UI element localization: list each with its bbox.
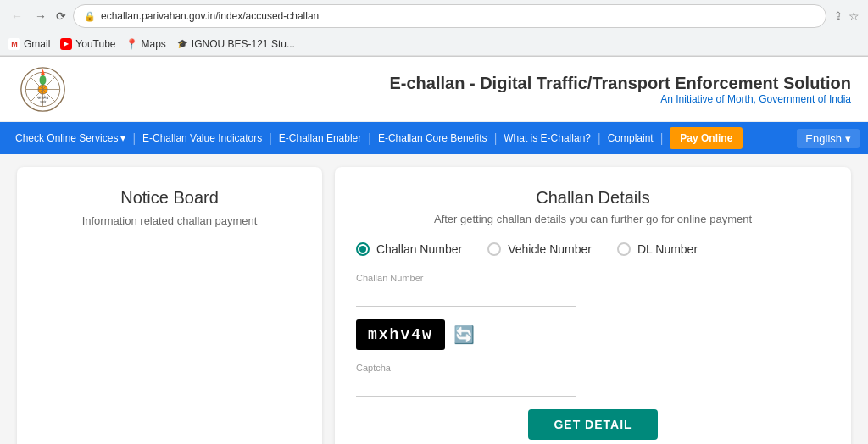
toolbar-icons: ⇪ ☆ <box>833 9 860 23</box>
bookmark-youtube-label: YouTube <box>75 38 115 50</box>
challan-number-label: Challan Number <box>356 273 830 283</box>
youtube-icon: ▶ <box>60 38 72 50</box>
nav-value-indicators[interactable]: E-Challan Value Indicators <box>136 122 269 154</box>
bookmark-ignou-label: IGNOU BES-121 Stu... <box>192 38 295 50</box>
bookmark-gmail[interactable]: M Gmail <box>8 38 50 50</box>
radio-dl-label: DL Number <box>637 242 698 256</box>
svg-text:सत्यमेव: सत्यमेव <box>36 94 49 99</box>
bookmark-icon[interactable]: ☆ <box>849 9 860 23</box>
challan-number-field: Challan Number <box>356 273 830 307</box>
bookmarks-bar: M Gmail ▶ YouTube 📍 Maps 🎓 IGNOU BES-121… <box>0 32 868 56</box>
site-header: सत्यमेव जयते E-challan - Digital Traffic… <box>0 57 868 122</box>
challan-details-subtitle: After getting challan details you can fu… <box>356 213 830 225</box>
share-icon[interactable]: ⇪ <box>833 9 843 23</box>
dropdown-icon: ▾ <box>120 132 125 144</box>
challan-details-title: Challan Details <box>356 188 830 208</box>
lock-icon: 🔒 <box>84 11 96 22</box>
header-title-area: E-challan - Digital Traffic/Transport En… <box>389 74 851 105</box>
challan-number-input[interactable] <box>356 286 576 307</box>
emblem: सत्यमेव जयते <box>17 64 68 114</box>
captcha-row: mxhv4w 🔄 <box>356 319 830 350</box>
nav-bar: Check Online Services ▾ | E-Challan Valu… <box>0 122 868 154</box>
reload-button[interactable]: ⟳ <box>56 9 66 23</box>
radio-dl-indicator <box>617 242 631 256</box>
get-detail-button[interactable]: GET DETAIL <box>528 409 657 440</box>
radio-challan-number[interactable]: Challan Number <box>356 242 462 256</box>
notice-board-title: Notice Board <box>120 188 219 208</box>
language-dropdown-icon: ▾ <box>845 132 851 145</box>
nav-complaint[interactable]: Complaint <box>601 122 660 154</box>
main-content: Notice Board Information related challan… <box>0 154 868 444</box>
radio-dl-number[interactable]: DL Number <box>617 242 698 256</box>
bookmark-maps-label: Maps <box>142 38 166 50</box>
radio-vehicle-label: Vehicle Number <box>508 242 592 256</box>
nav-core-benefits[interactable]: E-Challan Core Benefits <box>371 122 494 154</box>
nav-enabler[interactable]: E-Challan Enabler <box>272 122 368 154</box>
website: सत्यमेव जयते E-challan - Digital Traffic… <box>0 57 868 444</box>
bookmark-youtube[interactable]: ▶ YouTube <box>60 38 115 50</box>
captcha-field: Captcha <box>356 363 830 397</box>
bookmark-ignou[interactable]: 🎓 IGNOU BES-121 Stu... <box>176 38 295 50</box>
url-text: echallan.parivahan.gov.in/index/accused-… <box>101 10 815 22</box>
svg-point-7 <box>39 75 45 85</box>
nav-what-is-echallan[interactable]: What is E-Challan? <box>497 122 598 154</box>
maps-icon: 📍 <box>126 38 138 50</box>
challan-details: Challan Details After getting challan de… <box>335 167 851 444</box>
logo-area: सत्यमेव जयते <box>17 64 68 114</box>
radio-challan-indicator <box>356 242 370 256</box>
back-button[interactable]: ← <box>8 8 25 25</box>
nav-check-online-services[interactable]: Check Online Services ▾ <box>8 122 132 154</box>
radio-vehicle-number[interactable]: Vehicle Number <box>487 242 592 256</box>
captcha-refresh-button[interactable]: 🔄 <box>453 325 475 345</box>
notice-board-subtitle: Information related challan payment <box>82 214 258 227</box>
forward-button[interactable]: → <box>32 8 49 25</box>
radio-challan-label: Challan Number <box>376 242 462 256</box>
language-label: English <box>805 132 842 145</box>
browser-toolbar: ← → ⟳ 🔒 echallan.parivahan.gov.in/index/… <box>0 0 868 32</box>
header-title: E-challan - Digital Traffic/Transport En… <box>389 74 851 93</box>
address-bar[interactable]: 🔒 echallan.parivahan.gov.in/index/accuse… <box>73 4 826 28</box>
bookmark-gmail-label: Gmail <box>24 38 50 50</box>
radio-group: Challan Number Vehicle Number DL Number <box>356 242 830 256</box>
captcha-input[interactable] <box>356 375 576 397</box>
browser-chrome: ← → ⟳ 🔒 echallan.parivahan.gov.in/index/… <box>0 0 868 57</box>
gmail-icon: M <box>8 38 20 50</box>
header-subtitle: An Initiative of Morth, Government of In… <box>389 93 851 105</box>
bookmark-maps[interactable]: 📍 Maps <box>126 38 166 50</box>
radio-vehicle-indicator <box>487 242 501 256</box>
language-selector[interactable]: English ▾ <box>797 129 860 148</box>
svg-text:जयते: जयते <box>39 100 47 104</box>
ignou-icon: 🎓 <box>176 38 188 50</box>
captcha-label: Captcha <box>356 363 830 373</box>
notice-board: Notice Board Information related challan… <box>17 167 322 444</box>
captcha-image: mxhv4w <box>356 319 445 350</box>
nav-sep-6: | <box>660 131 664 145</box>
pay-online-button[interactable]: Pay Online <box>670 127 743 149</box>
